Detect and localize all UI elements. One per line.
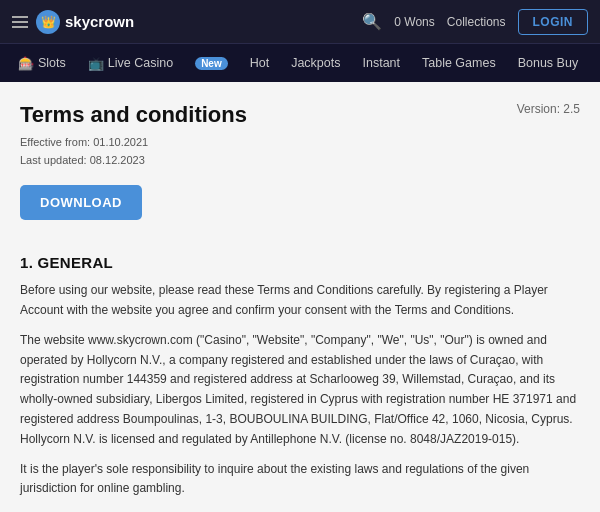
section1-paragraph3: It is the player's sole responsibility t… [20, 460, 580, 500]
menu-icon[interactable] [12, 16, 28, 28]
section1-paragraph2: The website www.skycrown.com ("Casino", … [20, 331, 580, 450]
nav-item-drops-wins[interactable]: Drops & Wins [590, 51, 600, 75]
main-nav: 🎰 Slots 📺 Live Casino New Hot Jackpots I… [0, 44, 600, 82]
nav-item-table-games[interactable]: Table Games [412, 51, 506, 75]
logo-icon: 👑 [36, 10, 60, 34]
logo-text: skycrown [65, 13, 134, 30]
nav-label-table-games: Table Games [422, 56, 496, 70]
section1-title: 1. GENERAL [20, 254, 580, 271]
header-left: 👑 skycrown [12, 10, 134, 34]
version-text: Version: 2.5 [517, 102, 580, 116]
nav-item-live-casino[interactable]: 📺 Live Casino [78, 51, 183, 76]
nav-item-hot[interactable]: Hot [240, 51, 279, 75]
effective-date: Effective from: 01.10.2021 [20, 134, 580, 152]
download-button[interactable]: DOWNLOAD [20, 185, 142, 220]
login-button[interactable]: LOGIN [518, 9, 589, 35]
search-icon[interactable]: 🔍 [362, 12, 382, 31]
nav-label-live-casino: Live Casino [108, 56, 173, 70]
logo[interactable]: 👑 skycrown [36, 10, 134, 34]
collections-header-button[interactable]: Collections [447, 15, 506, 29]
page-title: Terms and conditions [20, 102, 580, 128]
nav-label-hot: Hot [250, 56, 269, 70]
nav-label-slots: Slots [38, 56, 66, 70]
nav-item-instant[interactable]: Instant [352, 51, 410, 75]
section1: 1. GENERAL Before using our website, ple… [20, 254, 580, 499]
content-area: Terms and conditions Version: 2.5 Effect… [0, 82, 600, 512]
nav-item-bonus-buy[interactable]: Bonus Buy [508, 51, 588, 75]
live-casino-icon: 📺 [88, 56, 104, 71]
header: 👑 skycrown 🔍 0 Wons Collections LOGIN [0, 0, 600, 44]
nav-label-bonus-buy: Bonus Buy [518, 56, 578, 70]
dates-block: Effective from: 01.10.2021 Last updated:… [20, 134, 580, 169]
last-updated: Last updated: 08.12.2023 [20, 152, 580, 170]
section1-paragraph1: Before using our website, please read th… [20, 281, 580, 321]
won-badge: 0 Wons [394, 15, 434, 29]
nav-label-instant: Instant [362, 56, 400, 70]
nav-item-new[interactable]: New [185, 52, 238, 75]
new-badge: New [195, 57, 228, 70]
nav-label-jackpots: Jackpots [291, 56, 340, 70]
slots-icon: 🎰 [18, 56, 34, 71]
header-right: 🔍 0 Wons Collections LOGIN [362, 9, 588, 35]
nav-item-slots[interactable]: 🎰 Slots [8, 51, 76, 76]
nav-item-jackpots[interactable]: Jackpots [281, 51, 350, 75]
